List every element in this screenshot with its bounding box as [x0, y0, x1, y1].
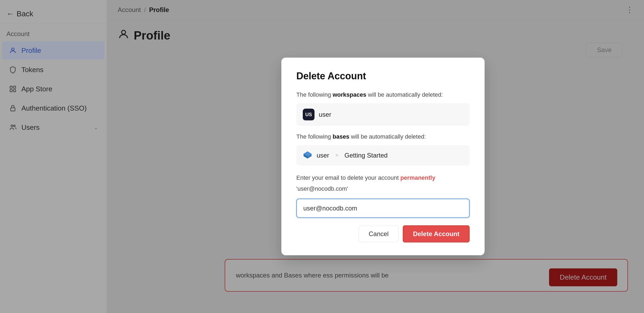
bases-description: The following bases will be automaticall…: [296, 132, 470, 141]
sidebar-item-app-store[interactable]: App Store: [2, 80, 105, 98]
cancel-button[interactable]: Cancel: [359, 226, 398, 242]
sidebar-item-tokens[interactable]: Tokens: [2, 61, 105, 79]
person-icon: [9, 46, 17, 55]
sidebar-item-profile[interactable]: Profile: [2, 41, 105, 60]
sidebar-item-label-tokens: Tokens: [21, 66, 98, 74]
people-icon: [9, 123, 17, 132]
back-label: Back: [17, 10, 33, 18]
chevron-down-icon: ⌄: [94, 124, 98, 131]
workspace-item: US user: [296, 103, 470, 126]
delete-account-modal: Delete Account The following workspaces …: [281, 58, 485, 255]
svg-rect-4: [13, 89, 16, 92]
breadcrumb-current: Profile: [149, 6, 169, 14]
page-title-row: Profile: [118, 28, 633, 42]
sidebar-item-sso[interactable]: Authentication (SSO): [2, 99, 105, 117]
svg-rect-3: [10, 89, 12, 92]
delete-account-confirm-button[interactable]: Delete Account: [403, 225, 470, 242]
workspaces-description: The following workspaces will be automat…: [296, 90, 470, 99]
svg-point-6: [11, 125, 13, 127]
sidebar-item-label-profile: Profile: [21, 46, 98, 55]
delete-account-background-button[interactable]: Delete Account: [549, 268, 617, 286]
save-button[interactable]: Save: [586, 43, 623, 57]
svg-rect-1: [10, 86, 12, 88]
svg-rect-5: [11, 108, 15, 111]
base-icon: [303, 151, 312, 160]
main-header: Account / Profile ⋮: [107, 0, 644, 20]
sidebar-section-label: Account: [0, 25, 107, 41]
base-path-separator: >: [336, 153, 338, 158]
breadcrumb: Account / Profile: [118, 6, 169, 14]
bases-bold: bases: [333, 133, 349, 140]
workspaces-bold: workspaces: [333, 91, 366, 98]
svg-point-0: [11, 48, 14, 50]
workspace-name: user: [319, 111, 331, 118]
modal-actions: Cancel Delete Account: [296, 225, 470, 242]
breadcrumb-account: Account: [118, 6, 141, 14]
sidebar-item-label-sso: Authentication (SSO): [21, 104, 98, 112]
sidebar-item-label-app-store: App Store: [21, 85, 98, 93]
svg-point-7: [14, 125, 15, 127]
base-item: user > Getting Started: [296, 145, 470, 166]
sidebar-divider-top: [0, 24, 107, 24]
page-title: Profile: [134, 29, 170, 42]
svg-point-8: [122, 30, 126, 34]
email-input[interactable]: [296, 199, 470, 218]
base-workspace: user: [317, 152, 329, 159]
email-confirm-address: 'user@nocodb.com': [296, 184, 470, 193]
back-arrow-icon: ←: [6, 10, 14, 18]
workspace-avatar: US: [303, 109, 315, 120]
modal-title: Delete Account: [296, 71, 470, 82]
svg-rect-2: [13, 86, 16, 88]
breadcrumb-separator: /: [144, 6, 146, 14]
sidebar-item-users[interactable]: Users ⌄: [2, 118, 105, 136]
lock-icon: [9, 104, 17, 112]
profile-page-icon: [118, 28, 129, 42]
permanently-text: permanently: [400, 174, 435, 181]
sidebar: ← Back Account Profile Tokens: [0, 0, 107, 313]
more-menu-icon[interactable]: ⋮: [626, 5, 633, 14]
shield-icon: [9, 65, 17, 74]
email-confirm-text: Enter your email to delete your account …: [296, 173, 470, 182]
base-name: Getting Started: [344, 152, 388, 159]
sidebar-item-label-users: Users: [21, 123, 89, 132]
grid-icon: [9, 85, 17, 93]
back-button[interactable]: ← Back: [0, 5, 107, 22]
